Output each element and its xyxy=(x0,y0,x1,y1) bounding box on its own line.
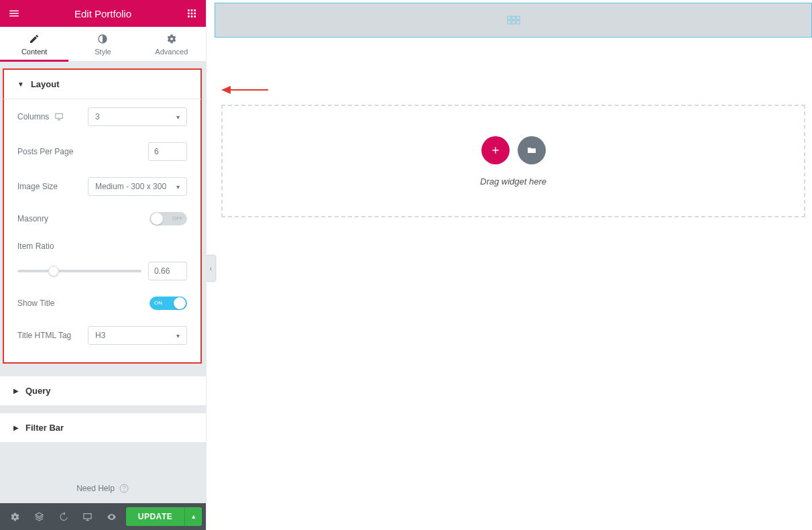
section-header-query[interactable]: ▶ Query xyxy=(0,376,206,406)
control-posts-per-page: Posts Per Page xyxy=(17,134,187,169)
tab-content[interactable]: Content xyxy=(0,27,68,61)
show-title-label: Show Title xyxy=(17,299,54,308)
history-button[interactable] xyxy=(52,503,75,530)
toggle-knob xyxy=(174,297,186,309)
tab-style[interactable]: Style xyxy=(68,27,137,61)
show-title-toggle-text: ON xyxy=(154,297,162,310)
chevron-down-icon: ▾ xyxy=(176,113,180,121)
section-header-layout[interactable]: ▼ Layout xyxy=(3,68,202,99)
update-dropdown-icon[interactable]: ▲ xyxy=(184,507,202,526)
editor-panel: Edit Portfolio Content Style Advanced ▼ … xyxy=(0,0,207,530)
title-tag-select[interactable]: H3 ▾ xyxy=(88,326,187,345)
toggle-knob xyxy=(151,213,163,225)
svg-rect-6 xyxy=(512,21,515,24)
masonry-toggle[interactable]: OFF xyxy=(150,212,187,225)
control-item-ratio: Item Ratio xyxy=(17,233,187,288)
section-header-filter-bar[interactable]: ▶ Filter Bar xyxy=(0,413,206,443)
caret-right-icon: ▶ xyxy=(13,387,19,394)
panel-title: Edit Portfolio xyxy=(21,8,184,19)
annotation-arrow xyxy=(221,85,268,98)
slider-thumb[interactable] xyxy=(48,266,59,276)
control-show-title: Show Title ON xyxy=(17,288,187,318)
navigator-button[interactable] xyxy=(28,503,51,530)
panel-footer: UPDATE ▲ xyxy=(0,503,206,530)
section-query-label: Query xyxy=(25,386,51,396)
caret-down-icon: ▼ xyxy=(17,81,24,88)
posts-per-page-input[interactable] xyxy=(148,142,187,161)
update-button[interactable]: UPDATE ▲ xyxy=(126,507,202,526)
section-filter-bar-label: Filter Bar xyxy=(25,423,64,433)
chevron-down-icon: ▾ xyxy=(176,332,180,339)
control-columns: Columns 3 ▾ xyxy=(17,99,187,134)
caret-right-icon: ▶ xyxy=(13,424,19,431)
control-masonry: Masonry OFF xyxy=(17,204,187,233)
widgets-grid-icon[interactable] xyxy=(184,6,199,21)
section-layout-label: Layout xyxy=(31,79,60,89)
canvas-section-handle[interactable] xyxy=(215,3,812,38)
svg-point-1 xyxy=(123,490,124,491)
image-size-select[interactable]: Medium - 300 x 300 ▾ xyxy=(88,177,187,196)
template-library-button[interactable] xyxy=(518,136,546,164)
masonry-toggle-text: OFF xyxy=(172,212,183,225)
drag-hint-text: Drag widget here xyxy=(480,176,546,187)
drop-zone[interactable]: Drag widget here xyxy=(221,105,805,217)
section-body-layout: Columns 3 ▾ Posts Per Page Image Size xyxy=(3,99,202,364)
panel-header: Edit Portfolio xyxy=(0,0,206,27)
desktop-icon xyxy=(54,112,64,121)
editor-canvas: Drag widget here xyxy=(207,0,812,530)
preview-button[interactable] xyxy=(101,503,123,530)
need-help-link[interactable]: Need Help xyxy=(0,443,206,503)
add-section-button[interactable] xyxy=(481,136,510,164)
show-title-toggle[interactable]: ON xyxy=(150,297,187,310)
tab-style-label: Style xyxy=(95,48,111,56)
panel-tabs: Content Style Advanced xyxy=(0,27,206,62)
responsive-button[interactable] xyxy=(76,503,99,530)
settings-button[interactable] xyxy=(4,503,27,530)
update-button-label: UPDATE xyxy=(126,512,184,521)
need-help-label: Need Help xyxy=(76,484,115,493)
masonry-label: Masonry xyxy=(17,214,48,223)
svg-rect-3 xyxy=(512,16,515,19)
columns-label: Columns xyxy=(17,112,49,121)
svg-rect-5 xyxy=(507,21,510,24)
tab-content-label: Content xyxy=(21,48,48,56)
folder-icon xyxy=(526,145,537,156)
item-ratio-label: Item Ratio xyxy=(17,242,54,251)
help-icon xyxy=(119,483,129,494)
columns-value: 3 xyxy=(95,112,100,121)
tab-advanced-label: Advanced xyxy=(155,48,188,56)
control-title-tag: Title HTML Tag H3 ▾ xyxy=(17,318,187,353)
section-grid-icon xyxy=(507,15,520,25)
sections-container: ▼ Layout Columns 3 ▾ Posts Per Page xyxy=(0,62,206,503)
title-tag-label: Title HTML Tag xyxy=(17,331,71,340)
item-ratio-input[interactable] xyxy=(148,262,187,280)
posts-per-page-label: Posts Per Page xyxy=(17,147,73,156)
plus-icon xyxy=(490,145,501,156)
item-ratio-slider[interactable] xyxy=(17,270,141,272)
control-image-size: Image Size Medium - 300 x 300 ▾ xyxy=(17,169,187,204)
title-tag-value: H3 xyxy=(95,331,105,340)
svg-rect-7 xyxy=(516,21,520,24)
svg-rect-2 xyxy=(507,16,510,19)
image-size-value: Medium - 300 x 300 xyxy=(95,182,166,191)
chevron-down-icon: ▾ xyxy=(176,183,180,191)
svg-rect-4 xyxy=(516,16,520,19)
columns-select[interactable]: 3 ▾ xyxy=(88,107,187,126)
tab-advanced[interactable]: Advanced xyxy=(137,27,206,61)
hamburger-menu-icon[interactable] xyxy=(7,6,21,21)
image-size-label: Image Size xyxy=(17,182,58,191)
